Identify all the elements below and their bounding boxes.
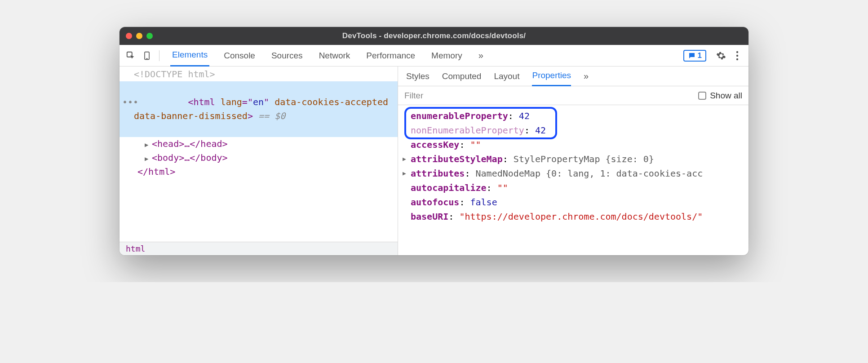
show-all-toggle[interactable]: Show all (698, 91, 742, 101)
device-icon[interactable] (140, 49, 154, 62)
minimize-icon[interactable] (136, 33, 142, 39)
tab-performance[interactable]: Performance (364, 45, 417, 66)
filter-input[interactable] (404, 91, 693, 101)
window-title: DevTools - developer.chrome.com/docs/dev… (120, 31, 748, 40)
subtabs-overflow-icon[interactable]: » (584, 66, 589, 86)
property-value: NamedNodeMap {0: lang, 1: data-cookies-a… (476, 168, 703, 179)
property-row[interactable]: nonEnumerableProperty: 42 (411, 123, 743, 137)
breadcrumb[interactable]: html (120, 242, 398, 255)
messages-count: 1 (698, 51, 702, 60)
svg-point-4 (736, 54, 738, 56)
properties-list[interactable]: enumerableProperty: 42nonEnumerablePrope… (398, 105, 748, 227)
sidebar-pane: Styles Computed Layout Properties » Show… (398, 66, 748, 255)
subtab-computed[interactable]: Computed (442, 66, 482, 86)
property-value: false (470, 197, 497, 208)
svg-rect-1 (145, 52, 149, 59)
property-value: StylePropertyMap {size: 0} (514, 154, 654, 164)
close-icon[interactable] (126, 33, 132, 39)
property-row[interactable]: accessKey: "" (411, 137, 743, 152)
gear-icon[interactable] (714, 49, 728, 62)
tab-memory[interactable]: Memory (430, 45, 464, 66)
expand-icon[interactable]: ▶ (403, 155, 406, 164)
svg-point-3 (736, 51, 738, 53)
property-name: attributes (411, 168, 465, 179)
property-row[interactable]: autocapitalize: "" (411, 181, 743, 195)
main-toolbar: Elements Console Sources Network Perform… (120, 45, 748, 66)
titlebar: DevTools - developer.chrome.com/docs/dev… (120, 27, 748, 45)
expand-icon[interactable]: ▶ (403, 169, 406, 178)
property-value: 42 (519, 111, 530, 121)
property-name: enumerableProperty (411, 111, 508, 121)
property-row[interactable]: enumerableProperty: 42 (411, 109, 743, 123)
tab-network[interactable]: Network (317, 45, 352, 66)
subtab-properties[interactable]: Properties (532, 66, 571, 86)
elements-pane: <!DOCTYPE html> •••<html lang="en" data-… (120, 66, 398, 255)
property-row[interactable]: ▶attributeStyleMap: StylePropertyMap {si… (411, 152, 743, 166)
property-name: baseURI (411, 211, 448, 222)
filter-row: Show all (398, 86, 748, 105)
doctype-node[interactable]: <!DOCTYPE html> (120, 67, 398, 81)
property-value: "" (497, 182, 508, 193)
content-area: <!DOCTYPE html> •••<html lang="en" data-… (120, 66, 748, 255)
tab-console[interactable]: Console (222, 45, 257, 66)
checkbox-icon[interactable] (698, 92, 706, 100)
property-name: attributeStyleMap (411, 154, 503, 164)
property-name: nonEnumerableProperty (411, 125, 524, 136)
subtab-styles[interactable]: Styles (406, 66, 430, 86)
panel-tabs: Elements Console Sources Network Perform… (170, 45, 485, 66)
window-controls (126, 33, 153, 39)
dom-tree[interactable]: <!DOCTYPE html> •••<html lang="en" data-… (120, 66, 398, 242)
tab-elements[interactable]: Elements (170, 45, 209, 66)
separator (159, 50, 159, 61)
property-name: autocapitalize (411, 182, 487, 193)
show-all-label: Show all (710, 91, 742, 101)
property-value: "https://developer.chrome.com/docs/devto… (459, 211, 703, 222)
tabs-overflow-icon[interactable]: » (477, 45, 485, 66)
zoom-icon[interactable] (146, 33, 153, 39)
inspect-icon[interactable] (124, 49, 137, 62)
property-name: accessKey (411, 139, 459, 150)
sidebar-tabs: Styles Computed Layout Properties » (398, 66, 748, 86)
devtools-window: DevTools - developer.chrome.com/docs/dev… (120, 27, 748, 255)
property-row[interactable]: autofocus: false (411, 195, 743, 209)
tab-sources[interactable]: Sources (270, 45, 305, 66)
property-row[interactable]: baseURI: "https://developer.chrome.com/d… (411, 209, 743, 224)
subtab-layout[interactable]: Layout (494, 66, 519, 86)
html-close-node[interactable]: </html> (120, 165, 398, 179)
svg-point-5 (736, 58, 738, 60)
property-name: autofocus (411, 197, 459, 208)
messages-badge[interactable]: 1 (683, 50, 706, 62)
property-value: "" (470, 139, 481, 150)
body-node[interactable]: ▶<body>…</body> (120, 151, 398, 165)
property-row[interactable]: ▶attributes: NamedNodeMap {0: lang, 1: d… (411, 166, 743, 181)
property-value: 42 (535, 125, 546, 136)
kebab-icon[interactable] (731, 49, 744, 62)
head-node[interactable]: ▶<head>…</head> (120, 137, 398, 151)
html-node[interactable]: •••<html lang="en" data-cookies-accepted… (120, 81, 398, 137)
